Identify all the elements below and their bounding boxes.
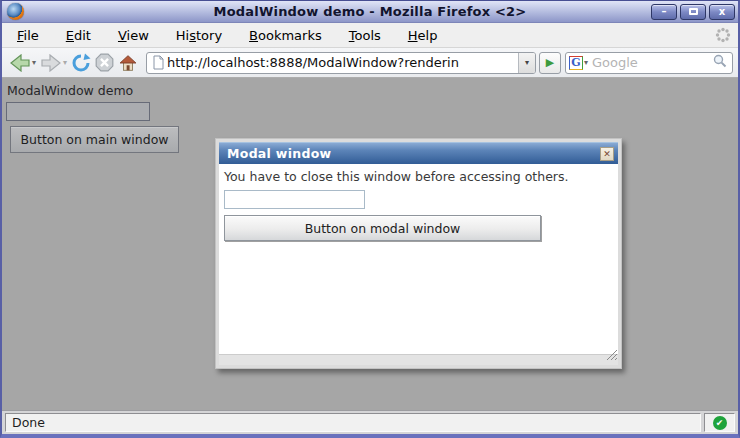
menu-bookmarks[interactable]: Bookmarks	[249, 28, 322, 43]
back-button[interactable]: ▾	[9, 54, 36, 72]
forward-icon	[40, 54, 62, 72]
menu-edit[interactable]: Edit	[66, 28, 91, 43]
search-input[interactable]	[588, 55, 711, 70]
go-icon: ▶	[546, 56, 554, 69]
url-dropdown-button[interactable]: ▾	[518, 53, 535, 73]
url-input[interactable]	[165, 55, 518, 70]
home-icon	[118, 54, 138, 72]
stop-button[interactable]	[95, 53, 114, 72]
page-icon	[151, 55, 165, 70]
menu-history[interactable]: History	[176, 28, 222, 43]
menubar: File Edit View History Bookmarks Tools H…	[2, 23, 738, 48]
stop-icon	[95, 53, 114, 72]
google-engine-icon[interactable]: G	[569, 56, 583, 70]
modal-window-button[interactable]: Button on modal window	[224, 215, 541, 241]
maximize-button[interactable]	[680, 4, 706, 20]
forward-button[interactable]: ▾	[40, 54, 67, 72]
go-button[interactable]: ▶	[539, 52, 561, 74]
menu-tools[interactable]: Tools	[349, 28, 381, 43]
url-bar: ▾	[146, 52, 536, 74]
forward-dropdown-icon[interactable]: ▾	[63, 58, 67, 67]
modal-window: Modal window ✕ You have to close this wi…	[215, 138, 622, 369]
modal-message: You have to close this window before acc…	[224, 169, 568, 184]
modal-title: Modal window	[227, 146, 331, 161]
firefox-icon	[7, 3, 24, 20]
modal-text-input[interactable]	[224, 190, 365, 209]
reload-button[interactable]	[71, 53, 91, 73]
status-security-panel: ✔	[704, 413, 735, 432]
menu-help[interactable]: Help	[408, 28, 438, 43]
throbber-icon	[715, 27, 731, 47]
ok-check-icon: ✔	[713, 416, 727, 430]
back-icon	[9, 54, 31, 72]
firefox-window: ModalWindow demo - Mozilla Firefox <2> –…	[0, 0, 740, 438]
modal-titlebar[interactable]: Modal window ✕	[219, 142, 618, 164]
chevron-down-icon: ▾	[525, 58, 529, 67]
window-controls: – x	[651, 4, 735, 20]
search-box: G ▾	[565, 52, 733, 74]
statusbar: Done ✔	[2, 410, 738, 434]
page-title: ModalWindow demo	[7, 83, 133, 98]
navigation-toolbar: ▾ ▾	[2, 48, 738, 78]
modal-footer	[219, 354, 618, 365]
resize-grip-icon[interactable]	[604, 346, 618, 365]
back-dropdown-icon[interactable]: ▾	[32, 58, 36, 67]
page-content: ModalWindow demo Button on main window M…	[2, 78, 738, 410]
modal-close-button[interactable]: ✕	[600, 147, 614, 161]
menu-file[interactable]: File	[17, 28, 39, 43]
minimize-button[interactable]: –	[651, 4, 677, 20]
modal-body: You have to close this window before acc…	[219, 164, 618, 355]
close-button[interactable]: x	[709, 4, 735, 20]
main-text-input[interactable]	[6, 102, 150, 121]
reload-icon	[71, 53, 91, 73]
home-button[interactable]	[118, 54, 138, 72]
menu-view[interactable]: View	[118, 28, 149, 43]
status-text: Done	[5, 413, 701, 432]
window-titlebar[interactable]: ModalWindow demo - Mozilla Firefox <2> –…	[2, 1, 738, 23]
main-window-button[interactable]: Button on main window	[10, 126, 179, 153]
window-title: ModalWindow demo - Mozilla Firefox <2>	[214, 4, 527, 19]
maximize-icon	[689, 8, 698, 15]
search-icon[interactable]	[712, 53, 728, 73]
